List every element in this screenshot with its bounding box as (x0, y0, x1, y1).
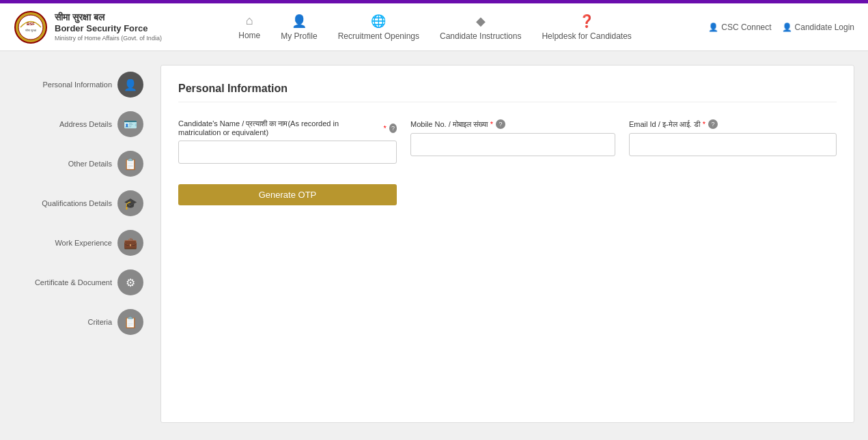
sidebar-item-certificate[interactable]: Certificate & Document ⚙ (14, 269, 150, 295)
candidate-name-group: Candidate's Name / प्रत्याशी का नाम(As r… (178, 119, 397, 164)
home-icon: ⌂ (246, 14, 253, 28)
org-info: सीमा सुरक्षा बल Border Security Force Mi… (55, 11, 162, 43)
other-details-icon: 📋 (117, 151, 143, 177)
email-group: Email Id / इ-मेल आई. डी * ? (629, 119, 837, 164)
sidebar-work-label: Work Experience (55, 239, 112, 247)
email-label: Email Id / इ-मेल आई. डी * ? (629, 119, 837, 129)
name-required: * (384, 124, 387, 132)
csc-connect-label: CSC Connect (721, 23, 771, 32)
candidate-name-label: Candidate's Name / प्रत्याशी का नाम(As r… (178, 119, 397, 136)
email-info-icon[interactable]: ? (708, 119, 718, 129)
nav-instructions[interactable]: ◆ Candidate Instructions (440, 14, 521, 41)
recruitment-icon: 🌐 (371, 14, 386, 29)
criteria-icon: 📋 (117, 309, 143, 335)
sidebar-address-label: Address Details (59, 120, 112, 128)
main-container: Personal Information 👤 Address Details 🪪… (0, 51, 868, 437)
mobile-required: * (490, 120, 493, 128)
personal-info-icon: 👤 (117, 72, 143, 98)
helpdesk-icon: ❓ (579, 14, 594, 29)
svg-point-1 (18, 15, 43, 40)
email-required: * (703, 120, 705, 128)
name-info-icon[interactable]: ? (389, 123, 397, 133)
sidebar-cert-label: Certificate & Document (35, 278, 112, 287)
org-hindi-name: सीमा सुरक्षा बल (55, 11, 162, 23)
nav-helpdesk[interactable]: ❓ Helpdesk for Candidates (542, 14, 631, 41)
generate-otp-button[interactable]: Generate OTP (178, 184, 397, 205)
sidebar-other-label: Other Details (68, 160, 112, 168)
email-input[interactable] (629, 133, 837, 156)
header: BSF सीमा सुरक्षा सीमा सुरक्षा बल Border … (0, 3, 868, 51)
sidebar-item-work-experience[interactable]: Work Experience 💼 (14, 230, 150, 256)
sidebar-item-personal-info[interactable]: Personal Information 👤 (14, 72, 150, 98)
user-icon-login: 👤 (782, 23, 792, 32)
nav-recruitment[interactable]: 🌐 Recruitment Openings (338, 14, 419, 41)
sidebar: Personal Information 👤 Address Details 🪪… (14, 65, 150, 423)
candidate-login-label: Candidate Login (795, 23, 854, 32)
instructions-icon: ◆ (476, 14, 486, 29)
org-english-name: Border Security Force (55, 23, 162, 35)
nav-home-label: Home (238, 31, 260, 40)
mobile-input[interactable] (410, 133, 615, 156)
mobile-group: Mobile No. / मोबाइल संख्या * ? (410, 119, 615, 164)
qualifications-icon: 🎓 (117, 190, 143, 216)
form-row-main: Candidate's Name / प्रत्याशी का नाम(As r… (178, 119, 837, 164)
nav-my-profile[interactable]: 👤 My Profile (281, 14, 317, 41)
nav-recruitment-label: Recruitment Openings (338, 31, 419, 41)
certificate-icon: ⚙ (117, 269, 143, 295)
user-icon-csc: 👤 (708, 23, 718, 32)
work-experience-icon: 💼 (117, 230, 143, 256)
sidebar-personal-info-label: Personal Information (43, 80, 113, 89)
address-icon: 🪪 (117, 111, 143, 137)
candidate-login-button[interactable]: 👤 Candidate Login (782, 23, 854, 32)
candidate-name-input[interactable] (178, 141, 397, 164)
sidebar-item-qualifications[interactable]: Qualifications Details 🎓 (14, 190, 150, 216)
sidebar-item-criteria[interactable]: Criteria 📋 (14, 309, 150, 335)
profile-icon: 👤 (292, 14, 307, 29)
nav-profile-label: My Profile (281, 31, 317, 41)
sidebar-qual-label: Qualifications Details (42, 199, 112, 207)
nav-instructions-label: Candidate Instructions (440, 31, 521, 41)
org-ministry: Ministry of Home Affairs (Govt. of India… (55, 35, 162, 43)
section-title: Personal Information (178, 83, 837, 102)
csc-connect-button[interactable]: 👤 CSC Connect (708, 23, 771, 32)
bsf-logo: BSF सीमा सुरक्षा (14, 10, 48, 44)
content-area: Personal Information Candidate's Name / … (160, 65, 854, 423)
mobile-info-icon[interactable]: ? (496, 119, 505, 129)
nav-helpdesk-label: Helpdesk for Candidates (542, 31, 631, 41)
sidebar-item-other-details[interactable]: Other Details 📋 (14, 151, 150, 177)
sidebar-criteria-label: Criteria (88, 318, 112, 326)
nav-home[interactable]: ⌂ Home (238, 14, 260, 40)
sidebar-item-address-details[interactable]: Address Details 🪪 (14, 111, 150, 137)
header-actions: 👤 CSC Connect 👤 Candidate Login (708, 23, 854, 32)
logo-section: BSF सीमा सुरक्षा सीमा सुरक्षा बल Border … (14, 10, 162, 44)
main-nav: ⌂ Home 👤 My Profile 🌐 Recruitment Openin… (162, 14, 708, 41)
mobile-label: Mobile No. / मोबाइल संख्या * ? (410, 119, 615, 129)
